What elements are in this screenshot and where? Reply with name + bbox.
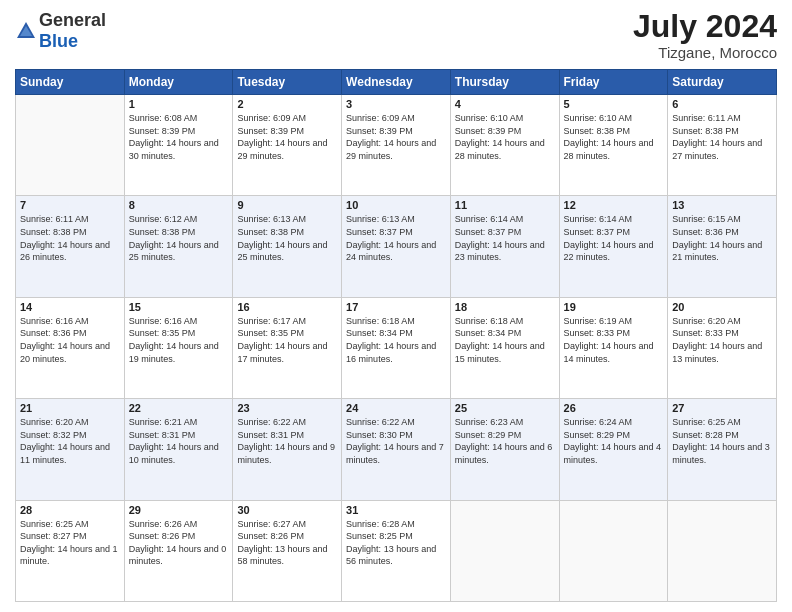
day-number: 14 <box>20 301 120 313</box>
day-info: Sunrise: 6:20 AM Sunset: 8:33 PM Dayligh… <box>672 315 772 365</box>
day-number: 30 <box>237 504 337 516</box>
day-info: Sunrise: 6:13 AM Sunset: 8:38 PM Dayligh… <box>237 213 337 263</box>
day-info: Sunrise: 6:16 AM Sunset: 8:35 PM Dayligh… <box>129 315 229 365</box>
header-monday: Monday <box>124 70 233 95</box>
table-row: 20Sunrise: 6:20 AM Sunset: 8:33 PM Dayli… <box>668 297 777 398</box>
table-row: 6Sunrise: 6:11 AM Sunset: 8:38 PM Daylig… <box>668 95 777 196</box>
table-row: 11Sunrise: 6:14 AM Sunset: 8:37 PM Dayli… <box>450 196 559 297</box>
table-row: 10Sunrise: 6:13 AM Sunset: 8:37 PM Dayli… <box>342 196 451 297</box>
day-info: Sunrise: 6:10 AM Sunset: 8:38 PM Dayligh… <box>564 112 664 162</box>
table-row: 24Sunrise: 6:22 AM Sunset: 8:30 PM Dayli… <box>342 399 451 500</box>
calendar-week-row: 21Sunrise: 6:20 AM Sunset: 8:32 PM Dayli… <box>16 399 777 500</box>
table-row: 26Sunrise: 6:24 AM Sunset: 8:29 PM Dayli… <box>559 399 668 500</box>
day-info: Sunrise: 6:12 AM Sunset: 8:38 PM Dayligh… <box>129 213 229 263</box>
day-info: Sunrise: 6:22 AM Sunset: 8:31 PM Dayligh… <box>237 416 337 466</box>
day-info: Sunrise: 6:18 AM Sunset: 8:34 PM Dayligh… <box>346 315 446 365</box>
day-number: 5 <box>564 98 664 110</box>
day-number: 18 <box>455 301 555 313</box>
day-info: Sunrise: 6:14 AM Sunset: 8:37 PM Dayligh… <box>455 213 555 263</box>
day-info: Sunrise: 6:24 AM Sunset: 8:29 PM Dayligh… <box>564 416 664 466</box>
day-number: 15 <box>129 301 229 313</box>
day-info: Sunrise: 6:14 AM Sunset: 8:37 PM Dayligh… <box>564 213 664 263</box>
day-number: 21 <box>20 402 120 414</box>
day-number: 24 <box>346 402 446 414</box>
calendar-week-row: 7Sunrise: 6:11 AM Sunset: 8:38 PM Daylig… <box>16 196 777 297</box>
day-number: 9 <box>237 199 337 211</box>
day-info: Sunrise: 6:18 AM Sunset: 8:34 PM Dayligh… <box>455 315 555 365</box>
calendar-week-row: 28Sunrise: 6:25 AM Sunset: 8:27 PM Dayli… <box>16 500 777 601</box>
table-row <box>16 95 125 196</box>
table-row <box>668 500 777 601</box>
table-row: 21Sunrise: 6:20 AM Sunset: 8:32 PM Dayli… <box>16 399 125 500</box>
header-thursday: Thursday <box>450 70 559 95</box>
day-number: 19 <box>564 301 664 313</box>
day-number: 4 <box>455 98 555 110</box>
table-row: 2Sunrise: 6:09 AM Sunset: 8:39 PM Daylig… <box>233 95 342 196</box>
day-number: 20 <box>672 301 772 313</box>
logo-text: General Blue <box>39 10 106 52</box>
day-number: 17 <box>346 301 446 313</box>
day-number: 22 <box>129 402 229 414</box>
table-row: 1Sunrise: 6:08 AM Sunset: 8:39 PM Daylig… <box>124 95 233 196</box>
day-number: 13 <box>672 199 772 211</box>
calendar-week-row: 1Sunrise: 6:08 AM Sunset: 8:39 PM Daylig… <box>16 95 777 196</box>
day-number: 26 <box>564 402 664 414</box>
day-number: 8 <box>129 199 229 211</box>
day-number: 23 <box>237 402 337 414</box>
table-row: 16Sunrise: 6:17 AM Sunset: 8:35 PM Dayli… <box>233 297 342 398</box>
table-row: 27Sunrise: 6:25 AM Sunset: 8:28 PM Dayli… <box>668 399 777 500</box>
day-info: Sunrise: 6:21 AM Sunset: 8:31 PM Dayligh… <box>129 416 229 466</box>
weekday-header-row: Sunday Monday Tuesday Wednesday Thursday… <box>16 70 777 95</box>
month-year: July 2024 <box>633 10 777 42</box>
table-row <box>450 500 559 601</box>
table-row: 14Sunrise: 6:16 AM Sunset: 8:36 PM Dayli… <box>16 297 125 398</box>
day-info: Sunrise: 6:27 AM Sunset: 8:26 PM Dayligh… <box>237 518 337 568</box>
table-row: 7Sunrise: 6:11 AM Sunset: 8:38 PM Daylig… <box>16 196 125 297</box>
day-number: 2 <box>237 98 337 110</box>
logo-general: General <box>39 10 106 30</box>
day-info: Sunrise: 6:09 AM Sunset: 8:39 PM Dayligh… <box>237 112 337 162</box>
day-info: Sunrise: 6:11 AM Sunset: 8:38 PM Dayligh… <box>20 213 120 263</box>
day-info: Sunrise: 6:23 AM Sunset: 8:29 PM Dayligh… <box>455 416 555 466</box>
day-info: Sunrise: 6:25 AM Sunset: 8:27 PM Dayligh… <box>20 518 120 568</box>
day-number: 16 <box>237 301 337 313</box>
header-tuesday: Tuesday <box>233 70 342 95</box>
day-info: Sunrise: 6:19 AM Sunset: 8:33 PM Dayligh… <box>564 315 664 365</box>
header-sunday: Sunday <box>16 70 125 95</box>
table-row: 13Sunrise: 6:15 AM Sunset: 8:36 PM Dayli… <box>668 196 777 297</box>
day-number: 27 <box>672 402 772 414</box>
day-info: Sunrise: 6:08 AM Sunset: 8:39 PM Dayligh… <box>129 112 229 162</box>
logo-icon <box>15 20 37 42</box>
logo-blue: Blue <box>39 31 78 51</box>
day-info: Sunrise: 6:26 AM Sunset: 8:26 PM Dayligh… <box>129 518 229 568</box>
day-info: Sunrise: 6:20 AM Sunset: 8:32 PM Dayligh… <box>20 416 120 466</box>
day-info: Sunrise: 6:16 AM Sunset: 8:36 PM Dayligh… <box>20 315 120 365</box>
table-row: 29Sunrise: 6:26 AM Sunset: 8:26 PM Dayli… <box>124 500 233 601</box>
page: General Blue July 2024 Tizgane, Morocco … <box>0 0 792 612</box>
table-row: 12Sunrise: 6:14 AM Sunset: 8:37 PM Dayli… <box>559 196 668 297</box>
table-row: 22Sunrise: 6:21 AM Sunset: 8:31 PM Dayli… <box>124 399 233 500</box>
day-number: 7 <box>20 199 120 211</box>
table-row: 30Sunrise: 6:27 AM Sunset: 8:26 PM Dayli… <box>233 500 342 601</box>
header-friday: Friday <box>559 70 668 95</box>
day-info: Sunrise: 6:25 AM Sunset: 8:28 PM Dayligh… <box>672 416 772 466</box>
day-number: 28 <box>20 504 120 516</box>
day-number: 1 <box>129 98 229 110</box>
table-row: 18Sunrise: 6:18 AM Sunset: 8:34 PM Dayli… <box>450 297 559 398</box>
day-number: 6 <box>672 98 772 110</box>
day-info: Sunrise: 6:17 AM Sunset: 8:35 PM Dayligh… <box>237 315 337 365</box>
day-number: 25 <box>455 402 555 414</box>
location: Tizgane, Morocco <box>633 44 777 61</box>
day-number: 31 <box>346 504 446 516</box>
day-info: Sunrise: 6:28 AM Sunset: 8:25 PM Dayligh… <box>346 518 446 568</box>
day-info: Sunrise: 6:22 AM Sunset: 8:30 PM Dayligh… <box>346 416 446 466</box>
day-number: 10 <box>346 199 446 211</box>
calendar-week-row: 14Sunrise: 6:16 AM Sunset: 8:36 PM Dayli… <box>16 297 777 398</box>
header: General Blue July 2024 Tizgane, Morocco <box>15 10 777 61</box>
day-info: Sunrise: 6:15 AM Sunset: 8:36 PM Dayligh… <box>672 213 772 263</box>
table-row: 5Sunrise: 6:10 AM Sunset: 8:38 PM Daylig… <box>559 95 668 196</box>
day-number: 12 <box>564 199 664 211</box>
table-row: 8Sunrise: 6:12 AM Sunset: 8:38 PM Daylig… <box>124 196 233 297</box>
table-row: 19Sunrise: 6:19 AM Sunset: 8:33 PM Dayli… <box>559 297 668 398</box>
calendar: Sunday Monday Tuesday Wednesday Thursday… <box>15 69 777 602</box>
